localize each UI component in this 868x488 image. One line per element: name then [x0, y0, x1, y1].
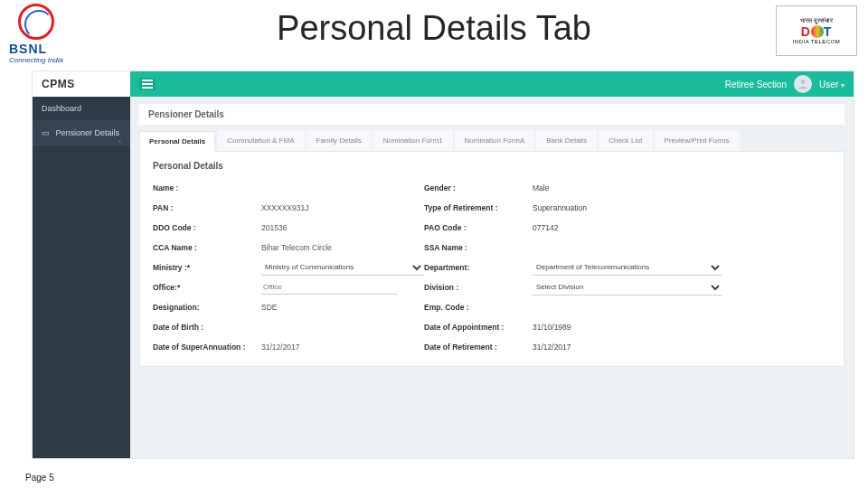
- doa-label: Date of Appointment :: [424, 323, 533, 332]
- caret-down-icon: ▾: [841, 81, 844, 89]
- svg-point-0: [801, 80, 806, 84]
- dor-value: 31/12/2017: [533, 343, 731, 352]
- bsnl-logo-mark: [18, 4, 54, 40]
- pan-label: PAN :: [153, 203, 261, 212]
- division-select[interactable]: Select Division: [533, 279, 722, 296]
- bsnl-tagline: Connecting India: [9, 56, 99, 64]
- division-label: Division :: [424, 283, 533, 292]
- pan-value: XXXXXX931J: [261, 203, 424, 212]
- pao-label: PAO Code :: [424, 223, 533, 232]
- dot-logo: भारत दूरसंचार DT INDIA TELECOM: [776, 5, 857, 56]
- tab-preview-print[interactable]: Preview/Print Forms: [655, 130, 740, 151]
- slide-title: Personal Details Tab: [0, 0, 868, 48]
- content: Pensioner Details Personal Details Commu…: [130, 97, 854, 458]
- dot-logo-sub: INDIA TELECOM: [793, 39, 841, 44]
- dot-logo-top: भारत दूरसंचार: [800, 17, 833, 24]
- sidebar-item-dashboard[interactable]: Dashboard: [33, 97, 130, 121]
- menu-toggle-button[interactable]: [139, 78, 156, 90]
- tab-bank-details[interactable]: Bank Details: [536, 130, 597, 151]
- gender-label: Gender :: [424, 183, 533, 192]
- office-input[interactable]: [261, 280, 397, 295]
- tab-commutation-fma[interactable]: Commutation & FMA: [217, 130, 304, 151]
- ministry-select[interactable]: Ministry of Communications: [261, 259, 424, 276]
- tab-nomination-forma[interactable]: Nomination FormA: [455, 130, 535, 151]
- tab-bar: Personal Details Commutation & FMA Famil…: [139, 130, 844, 151]
- bsnl-logo: BSNL Connecting India: [9, 4, 99, 56]
- personal-details-card: Personal Details Name : Gender : Male PA…: [139, 151, 844, 367]
- dor-label: Date of Retirement :: [424, 343, 533, 352]
- tab-personal-details[interactable]: Personal Details: [139, 131, 215, 152]
- sidebar-item-pensioner-details[interactable]: ▭ Pensioner Details ‹: [33, 121, 130, 145]
- ddo-value: 201536: [261, 223, 424, 232]
- id-card-icon: ▭: [42, 128, 50, 137]
- gender-value: Male: [533, 183, 731, 192]
- doa-value: 31/10/1989: [533, 323, 731, 332]
- designation-label: Designation:: [153, 303, 261, 312]
- dot-logo-mark: DT: [801, 24, 833, 39]
- card-title: Personal Details: [153, 161, 831, 171]
- department-select[interactable]: Department of Telecommunications: [533, 259, 722, 276]
- tab-family-details[interactable]: Family Details: [307, 130, 372, 151]
- dob-label: Date of Birth :: [153, 323, 261, 332]
- page-title: Pensioner Details: [139, 104, 844, 125]
- sidebar-item-label: Pensioner Details: [56, 128, 120, 137]
- bsnl-logo-text: BSNL: [9, 42, 99, 56]
- chevron-left-icon: ‹: [118, 137, 121, 145]
- tab-nomination-form1[interactable]: Nomination Form1: [373, 130, 453, 151]
- retire-type-value: Superannuation: [533, 203, 731, 212]
- topbar: Retiree Section User ▾: [130, 71, 854, 97]
- tab-check-list[interactable]: Check List: [599, 130, 652, 151]
- retire-type-label: Type of Retirement :: [424, 203, 533, 212]
- dos-value: 31/12/2017: [261, 343, 424, 352]
- emp-code-label: Emp. Code :: [424, 303, 533, 312]
- slide-footer: Page 5: [25, 473, 54, 483]
- user-menu[interactable]: User ▾: [819, 80, 844, 89]
- dept-label: Department:: [424, 263, 533, 272]
- dos-label: Date of SuperAnnuation :: [153, 343, 261, 352]
- app-brand: CPMS: [33, 71, 130, 97]
- designation-value: SDE: [261, 303, 424, 312]
- cca-label: CCA Name :: [153, 243, 261, 252]
- sidebar-item-label: Dashboard: [42, 104, 81, 113]
- pao-value: 077142: [533, 223, 731, 232]
- app-shell: CPMS Dashboard ▭ Pensioner Details ‹ Ret…: [32, 70, 854, 459]
- ddo-label: DDO Code :: [153, 223, 261, 232]
- user-avatar-icon: [794, 75, 812, 93]
- user-menu-label: User: [819, 80, 838, 89]
- ministry-label: Ministry :*: [153, 263, 261, 272]
- office-label: Office:*: [153, 283, 261, 292]
- retiree-section-link[interactable]: Retiree Section: [725, 80, 787, 89]
- ssa-label: SSA Name :: [424, 243, 533, 252]
- name-label: Name :: [153, 183, 261, 192]
- sidebar: CPMS Dashboard ▭ Pensioner Details ‹: [33, 71, 130, 458]
- cca-value: Bihar Telecom Circle: [261, 243, 424, 252]
